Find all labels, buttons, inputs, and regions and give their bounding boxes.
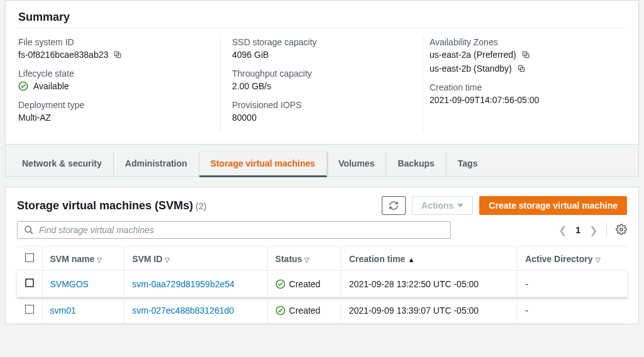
page-number: 1: [575, 225, 580, 235]
refresh-icon: [389, 200, 399, 211]
ad-text: -: [525, 305, 528, 316]
svm-id-link[interactable]: svm-0aa729d81959b2e54: [132, 279, 235, 289]
tab-network-security[interactable]: Network & security: [11, 152, 114, 176]
file-system-id-label: File system ID: [18, 37, 208, 47]
pager: ❮ 1 ❯: [558, 224, 627, 237]
svg-point-9: [620, 228, 623, 231]
search-icon: [24, 225, 34, 235]
ssd-storage-label: SSD storage capacity: [232, 37, 410, 47]
lifecycle-state-value: Available: [33, 81, 69, 91]
col-svm-name[interactable]: SVM name: [42, 247, 125, 271]
copy-icon[interactable]: [521, 50, 530, 59]
search-input[interactable]: [39, 225, 444, 235]
select-all-checkbox[interactable]: [25, 253, 34, 262]
svm-name-link[interactable]: svm01: [50, 305, 76, 316]
row-checkbox[interactable]: [25, 305, 34, 314]
status-ok-icon: [18, 81, 28, 91]
svm-panel: Storage virtual machines (SVMs) (2) Acti…: [5, 187, 639, 324]
az-standby-value: us-east-2b (Standby): [430, 63, 512, 74]
creation-time-label: Creation time: [430, 82, 613, 92]
svm-title: Storage virtual machines (SVMs): [17, 199, 193, 212]
svm-id-link[interactable]: svm-027ec488b831261d0: [132, 305, 234, 316]
sort-icon: [596, 254, 601, 264]
settings-button[interactable]: [606, 224, 627, 237]
sort-icon: [97, 254, 102, 264]
gear-icon: [616, 227, 627, 237]
tab-administration[interactable]: Administration: [114, 152, 199, 176]
status-ok-icon: [275, 305, 286, 316]
ssd-storage-value: 4096 GiB: [232, 50, 269, 60]
tab-storage-virtual-machines[interactable]: Storage virtual machines: [199, 152, 328, 176]
lifecycle-state-label: Lifecycle state: [18, 69, 208, 79]
piops-value: 80000: [232, 113, 257, 123]
col-svm-id[interactable]: SVM ID: [125, 247, 267, 271]
tab-backups[interactable]: Backups: [386, 152, 446, 176]
creation-time-value: 2021-09-09T14:07:56-05:00: [430, 95, 539, 105]
creation-time-text: 2021-09-28 13:22:50 UTC -05:00: [349, 279, 479, 289]
svg-point-7: [25, 226, 31, 232]
throughput-value: 2.00 GB/s: [232, 81, 271, 91]
sort-icon: [408, 254, 414, 264]
svg-line-8: [30, 231, 33, 234]
piops-label: Provisioned IOPS: [232, 100, 410, 110]
row-checkbox[interactable]: [25, 278, 34, 287]
status-text: Created: [289, 279, 321, 289]
throughput-label: Throughput capacity: [232, 69, 410, 79]
sort-icon: [165, 254, 170, 264]
col-active-directory[interactable]: Active Directory: [518, 247, 627, 271]
status-text: Created: [289, 305, 321, 316]
az-preferred-value: us-east-2a (Preferred): [430, 50, 516, 60]
status-ok-icon: [275, 279, 286, 289]
chevron-down-icon: [457, 204, 464, 207]
tab-volumes[interactable]: Volumes: [327, 152, 386, 176]
prev-page-button[interactable]: ❮: [558, 224, 567, 236]
svm-table: SVM name SVM ID Status Creation time Act…: [17, 246, 627, 324]
tabs-bar: Network & security Administration Storag…: [5, 145, 639, 177]
svm-count: (2): [196, 201, 206, 211]
sort-icon: [304, 254, 309, 264]
copy-icon[interactable]: [517, 64, 526, 73]
create-svm-button[interactable]: Create storage virtual machine: [479, 196, 627, 215]
refresh-button[interactable]: [382, 196, 406, 215]
summary-panel: Summary File system ID fs-0f8216bcae838a…: [5, 0, 639, 145]
search-input-wrap[interactable]: [17, 221, 451, 239]
creation-time-text: 2021-09-09 13:39:07 UTC -05:00: [349, 305, 479, 316]
svm-name-link[interactable]: SVMGOS: [50, 279, 89, 289]
summary-title: Summary: [18, 11, 626, 28]
actions-button[interactable]: Actions: [412, 196, 473, 215]
table-row[interactable]: svm01 svm-027ec488b831261d0 Created 2021…: [17, 297, 627, 324]
col-creation-time[interactable]: Creation time: [341, 247, 517, 271]
ad-text: -: [525, 279, 528, 289]
deployment-type-value: Multi-AZ: [18, 113, 51, 123]
file-system-id-value: fs-0f8216bcae838ab23: [18, 50, 108, 60]
tab-tags[interactable]: Tags: [447, 152, 489, 176]
col-status[interactable]: Status: [267, 247, 341, 271]
deployment-type-label: Deployment type: [18, 100, 208, 110]
table-row[interactable]: SVMGOS svm-0aa729d81959b2e54 Created 202…: [17, 271, 627, 297]
copy-icon[interactable]: [113, 50, 122, 59]
next-page-button[interactable]: ❯: [589, 224, 597, 236]
az-label: Availability Zones: [430, 37, 613, 47]
